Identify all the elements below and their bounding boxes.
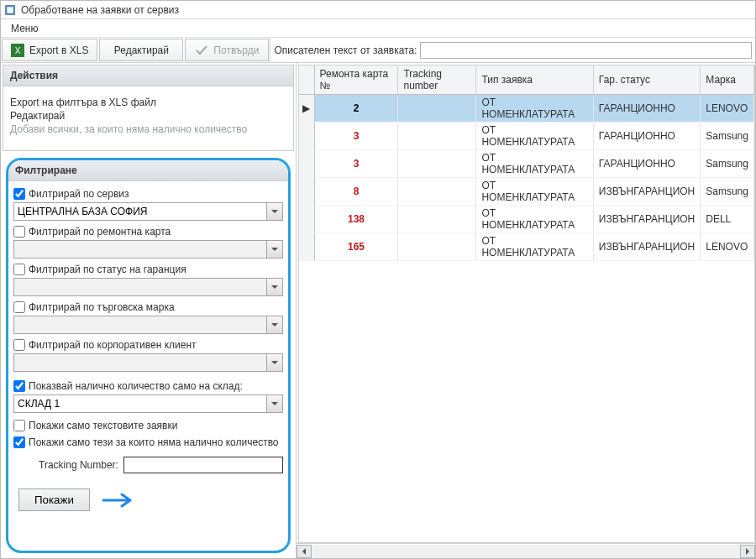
grid-cell[interactable]: 138	[314, 206, 398, 233]
row-indicator: ▶	[299, 95, 314, 123]
grid-cell[interactable]: ГАРАНЦИОННО	[593, 95, 700, 123]
action-item-0[interactable]: Export на филтъра в XLS файл	[10, 97, 286, 108]
grid-cell[interactable]: ОТ НОМЕНКЛАТУРАТА	[476, 206, 593, 233]
grid-cell[interactable]: 165	[314, 233, 398, 261]
app-window: Обработване на заявки от сервиз Меню X E…	[0, 0, 756, 559]
description-input[interactable]	[420, 42, 752, 59]
horizontal-scrollbar[interactable]	[297, 543, 755, 558]
filter-warranty-checkbox[interactable]	[13, 264, 25, 275]
grid-cell[interactable]	[398, 233, 476, 261]
description-label: Описателен текст от заявката:	[274, 44, 417, 56]
table-row[interactable]: 3ОТ НОМЕНКЛАТУРАТАГАРАНЦИОННОSamsung	[299, 150, 754, 178]
filter-by-stock: Показвай налично количество само на скла…	[13, 380, 283, 413]
grid-cell[interactable]: ГАРАНЦИОННО	[593, 123, 700, 150]
chevron-down-icon[interactable]	[266, 240, 283, 259]
action-item-1[interactable]: Редактирай	[10, 110, 286, 122]
edit-button[interactable]: Редактирай	[99, 39, 183, 61]
grid-cell[interactable]: 2	[314, 95, 398, 123]
grid-cell[interactable]: LENOVO	[701, 95, 754, 123]
grid-cell[interactable]: ОТ НОМЕНКЛАТУРАТА	[476, 123, 593, 150]
grid-cell[interactable]: Samsung	[701, 123, 754, 150]
grid-cell[interactable]: ГАРАНЦИОННО	[593, 150, 700, 178]
show-button[interactable]: Покажи	[18, 488, 90, 511]
grid-cell[interactable]: Samsung	[701, 178, 754, 206]
row-indicator	[299, 206, 314, 233]
tracking-number-row: Tracking Number:	[13, 453, 283, 475]
data-grid[interactable]: Ремонта карта №Tracking numberТип заявка…	[298, 65, 755, 543]
grid-cell[interactable]: ОТ НОМЕНКЛАТУРАТА	[476, 233, 593, 261]
scroll-left-button[interactable]	[297, 545, 312, 558]
grid-col-2[interactable]: Тип заявка	[476, 65, 593, 95]
filter-stock-checkbox[interactable]	[13, 380, 25, 392]
menu-item-menu[interactable]: Меню	[6, 21, 43, 36]
grid-cell[interactable]: ОТ НОМЕНКЛАТУРАТА	[476, 95, 593, 123]
filter-service-label: Филтрирай по сервиз	[29, 188, 129, 200]
grid-cell[interactable]: ИЗВЪНГАРАНЦИОН	[593, 178, 700, 206]
filter-warranty-combo[interactable]	[13, 278, 266, 296]
filter-corp-checkbox[interactable]	[13, 339, 25, 351]
grid-cell[interactable]	[398, 178, 476, 206]
table-row[interactable]: 3ОТ НОМЕНКЛАТУРАТАГАРАНЦИОННОSamsung	[299, 123, 754, 150]
window-title: Обработване на заявки от сервиз	[21, 4, 179, 16]
scroll-track[interactable]	[312, 545, 740, 558]
arrow-right-icon	[102, 492, 139, 509]
row-indicator	[299, 150, 314, 178]
grid-cell[interactable]: DELL	[701, 206, 754, 233]
grid-cell[interactable]: 3	[314, 123, 398, 150]
grid-cell[interactable]: 8	[314, 178, 398, 206]
grid-cell[interactable]: ИЗВЪНГАРАНЦИОН	[593, 233, 700, 261]
filter-card-label: Филтрирай по ремонтна карта	[29, 226, 171, 238]
filter-warranty-label: Филтрирай по статус на гаранция	[29, 264, 186, 275]
action-item-2: Добави всички, за които няма налично кол…	[10, 123, 286, 135]
grid-cell[interactable]	[398, 150, 476, 178]
filter-corp-combo[interactable]	[13, 353, 266, 372]
filter-card-combo[interactable]	[13, 240, 266, 259]
titlebar: Обработване на заявки от сервиз	[1, 1, 755, 19]
grid-row-header-blank	[299, 65, 314, 95]
chevron-down-icon[interactable]	[266, 278, 283, 296]
grid-cell[interactable]: ОТ НОМЕНКЛАТУРАТА	[476, 178, 593, 206]
filter-brand-combo[interactable]	[13, 316, 266, 334]
filter-stock-combo[interactable]	[13, 394, 266, 413]
confirm-button: Потвърди	[185, 39, 269, 61]
grid-cell[interactable]: ИЗВЪНГАРАНЦИОН	[593, 206, 700, 233]
grid-cell[interactable]: Samsung	[701, 150, 754, 178]
filter-brand-checkbox[interactable]	[13, 301, 25, 313]
grid-cell[interactable]	[398, 123, 476, 150]
tracking-number-input[interactable]	[123, 457, 283, 473]
filter-card-checkbox[interactable]	[13, 226, 25, 238]
tracking-number-label: Tracking Number:	[39, 459, 118, 471]
grid-cell[interactable]	[398, 95, 476, 123]
filter-text-only-checkbox[interactable]	[13, 420, 25, 431]
actions-header: Действия	[3, 65, 293, 86]
chevron-down-icon[interactable]	[266, 394, 283, 413]
table-row[interactable]: 138ОТ НОМЕНКЛАТУРАТАИЗВЪНГАРАНЦИОНDELL	[299, 206, 754, 233]
chevron-down-icon[interactable]	[266, 316, 283, 334]
grid-col-4[interactable]: Марка	[701, 65, 754, 95]
app-icon	[4, 4, 16, 16]
filter-corp-label: Филтрирай по корпоративен клиент	[29, 339, 197, 351]
chevron-down-icon[interactable]	[266, 353, 283, 372]
grid-cell[interactable]	[398, 206, 476, 233]
grid-cell[interactable]: ОТ НОМЕНКЛАТУРАТА	[476, 150, 593, 178]
filter-no-qty-checkbox[interactable]	[13, 436, 25, 448]
grid-col-1[interactable]: Tracking number	[398, 65, 476, 95]
check-icon	[195, 44, 208, 57]
table-row[interactable]: 8ОТ НОМЕНКЛАТУРАТАИЗВЪНГАРАНЦИОНSamsung	[299, 178, 754, 206]
filter-by-card: Филтрирай по ремонтна карта	[13, 226, 283, 259]
scroll-right-button[interactable]	[740, 545, 755, 558]
filter-service-checkbox[interactable]	[13, 188, 25, 200]
chevron-down-icon[interactable]	[266, 202, 283, 221]
grid-col-0[interactable]: Ремонта карта №	[314, 65, 398, 95]
row-indicator	[299, 233, 314, 261]
export-xls-button[interactable]: X Export в XLS	[2, 39, 97, 61]
filter-brand-label: Филтрирай по търговска марка	[29, 301, 175, 313]
filter-by-brand: Филтрирай по търговска марка	[13, 301, 283, 334]
table-row[interactable]: ▶2ОТ НОМЕНКЛАТУРАТАГАРАНЦИОННОLENOVO	[299, 95, 754, 123]
filter-header: Филтриране	[8, 160, 288, 181]
grid-col-3[interactable]: Гар. статус	[593, 65, 700, 95]
grid-cell[interactable]: 3	[314, 150, 398, 178]
filter-service-combo[interactable]	[13, 202, 266, 221]
grid-cell[interactable]: LENOVO	[701, 233, 754, 261]
table-row[interactable]: 165ОТ НОМЕНКЛАТУРАТАИЗВЪНГАРАНЦИОНLENOVO	[299, 233, 754, 261]
